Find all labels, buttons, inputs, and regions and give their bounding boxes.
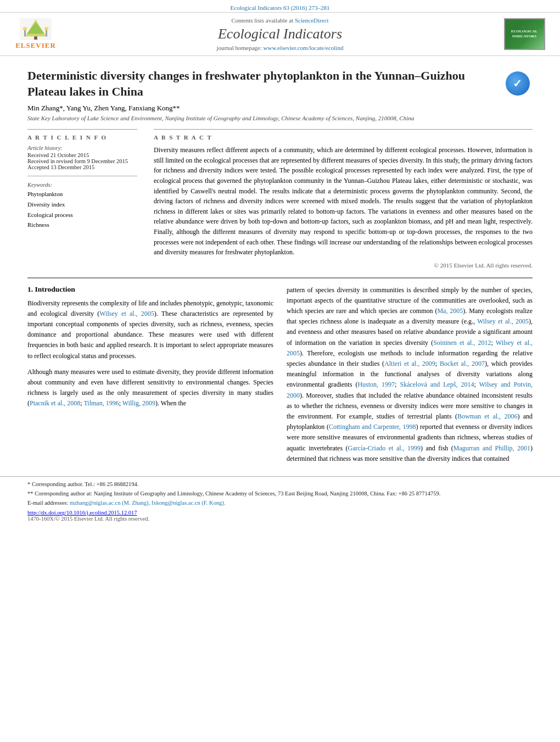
ref-willig-2009[interactable]: Willig, 2009 (122, 399, 155, 407)
ref-huston-1997[interactable]: Huston, 1997 (357, 381, 395, 388)
svg-point-7 (44, 27, 49, 30)
footnote-2: ** Corresponding author at: Nanjing Inst… (27, 489, 533, 499)
copyright-line: © 2015 Elsevier Ltd. All rights reserved… (154, 262, 533, 269)
journal-logo-box: ECOLOGICAL INDICATORS (500, 18, 549, 51)
elsevier-wordmark: ELSEVIER (15, 41, 56, 50)
authors-line: Min Zhang*, Yang Yu, Zhen Yang, Fanxiang… (27, 104, 533, 113)
abstract-text: Diversity measures reflect different asp… (154, 145, 533, 258)
crossmark-box[interactable]: ✓ (502, 68, 533, 98)
journal-citation: Ecological Indicators 63 (2016) 273–281 (231, 4, 330, 11)
doi-line[interactable]: http://dx.doi.org/10.1016/j.ecolind.2015… (27, 510, 533, 516)
footnote-email-links[interactable]: mzhang@niglas.ac.cn (M. Zhang), fxkong@n… (70, 500, 226, 506)
article-info-abstract: A R T I C L E I N F O Article history: R… (27, 129, 533, 269)
crossmark-icon: ✓ (506, 71, 530, 96)
affiliation-line: State Key Laboratory of Lake Science and… (27, 115, 533, 121)
info-divider (27, 176, 137, 176)
article-history-label: Article history: (27, 145, 137, 151)
ref-wilsey-2005-left[interactable]: Wilsey et al., 2005 (99, 310, 154, 317)
svg-point-6 (23, 27, 27, 30)
body-right-col: pattern of species diversity in communit… (287, 285, 533, 470)
keywords-section: Keywords: Phytoplankton Diversity index … (27, 182, 137, 230)
journal-homepage-line: journal homepage: www.elsevier.com/locat… (60, 44, 500, 51)
footnote-1: * Corresponding author. Tel.: +86 25 868… (27, 480, 533, 489)
body-columns: 1. Introduction Biodiversity represents … (0, 285, 560, 470)
received-date: Received 21 October 2015 (27, 152, 137, 158)
contents-available-line: Contents lists available at ScienceDirec… (60, 17, 500, 24)
article-title-row: Deterministic diversity changes in fresh… (27, 68, 533, 99)
body-divider (27, 277, 533, 278)
accepted-date: Accepted 13 December 2015 (27, 164, 137, 170)
section1-para1: Biodiversity represents the complexity o… (27, 298, 273, 361)
ref-wilsey-2005-right[interactable]: Wilsey et al., 2005 (477, 317, 529, 325)
ref-soininen-2012[interactable]: Soininen et al., 2012 (433, 339, 491, 347)
ref-bock-2007[interactable]: Bocket al., 2007 (440, 360, 485, 367)
elsevier-logo: ELSEVIER (11, 18, 60, 51)
journal-homepage-link[interactable]: www.elsevier.com/locate/ecolind (264, 44, 344, 51)
journal-logo-image: ECOLOGICAL INDICATORS (504, 18, 545, 50)
journal-title-block: Contents lists available at ScienceDirec… (60, 17, 500, 51)
article-info-column: A R T I C L E I N F O Article history: R… (27, 129, 137, 269)
ref-ptacnik-2008[interactable]: Ptacnik et al., 2008 (30, 399, 80, 407)
journal-title: Ecological Indicators (60, 26, 500, 42)
keyword-2: Diversity index (27, 199, 137, 210)
section1-heading: 1. Introduction (27, 285, 273, 294)
footnote-emails: E-mail addresses: mzhang@niglas.ac.cn (M… (27, 499, 533, 508)
sciencedirect-link[interactable]: ScienceDirect (295, 17, 329, 24)
article-title: Deterministic diversity changes in fresh… (27, 68, 478, 99)
ref-magurran-2001[interactable]: Magurran and Phillip, 2001 (453, 444, 530, 452)
ref-bowman-2006[interactable]: Bowman et al., 2006 (457, 412, 518, 420)
ref-wilsey-2005-right2[interactable]: Wilsey et al., 2005 (287, 339, 533, 357)
keyword-3: Ecological process (27, 210, 137, 220)
abstract-column: A B S T R A C T Diversity measures refle… (154, 129, 533, 269)
keyword-1: Phytoplankton (27, 189, 137, 199)
section1-para2: Although many measures were used to esti… (27, 367, 273, 409)
keyword-4: Richness (27, 220, 137, 230)
keywords-label: Keywords: (27, 182, 137, 188)
abstract-heading: A B S T R A C T (154, 134, 533, 141)
ref-garcia-criado-1999[interactable]: García-Criado et al., 1999 (348, 444, 421, 452)
article-info-heading: A R T I C L E I N F O (27, 134, 137, 141)
journal-citation-strip: Ecological Indicators 63 (2016) 273–281 (0, 0, 560, 12)
ref-tilman-1996[interactable]: Tilman, 1996 (83, 399, 119, 407)
issn-line: 1470-160X/© 2015 Elsevier Ltd. All right… (27, 516, 533, 522)
svg-rect-3 (34, 36, 37, 40)
article-history-group: Article history: Received 21 October 201… (27, 145, 137, 170)
page-container: Ecological Indicators 63 (2016) 273–281 … (0, 0, 560, 742)
journal-header: ELSEVIER Contents lists available at Sci… (0, 12, 560, 56)
ref-ma-2005[interactable]: Ma, 2005 (437, 307, 463, 315)
doi-link[interactable]: http://dx.doi.org/10.1016/j.ecolind.2015… (27, 510, 137, 516)
footnote-section: * Corresponding author. Tel.: +86 25 868… (0, 476, 560, 522)
section1-right-para1: pattern of species diversity in communit… (287, 285, 533, 464)
ref-skacelova-2014[interactable]: Skácelová and Lepš, 2014 (400, 381, 474, 388)
ref-cottingham-1998[interactable]: Cottingham and Carpenter, 1998 (329, 423, 416, 431)
body-left-col: 1. Introduction Biodiversity represents … (27, 285, 273, 470)
revised-date: Received in revised form 9 December 2015 (27, 158, 137, 164)
elsevier-tree-icon (19, 18, 52, 40)
ref-altieri-2009[interactable]: Altieri et al., 2009 (384, 360, 435, 367)
article-main: Deterministic diversity changes in fresh… (0, 56, 560, 269)
